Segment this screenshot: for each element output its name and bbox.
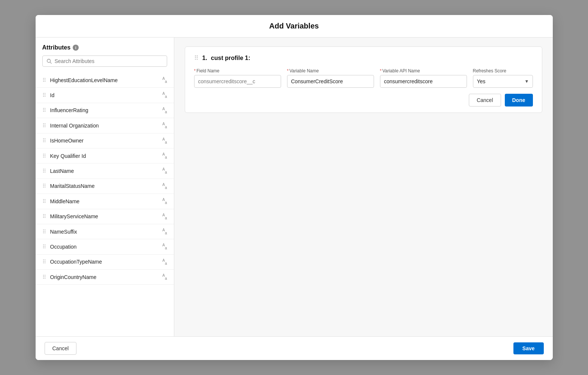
drag-handle-main: ⠿ <box>194 54 199 62</box>
list-item[interactable]: ⠿ MilitaryServiceName Aa <box>36 209 174 224</box>
attr-type-icon: Aa <box>162 273 167 280</box>
attr-name: Occupation <box>50 244 159 250</box>
attr-type-icon: Aa <box>162 258 167 266</box>
refreshes-field: Refreshes Score Yes No ▼ <box>473 68 533 88</box>
list-item[interactable]: ⠿ LastName Aa <box>36 164 174 178</box>
attr-name: OriginCountryName <box>50 274 159 280</box>
list-item[interactable]: ⠿ MiddleName Aa <box>36 194 174 209</box>
info-icon[interactable]: i <box>73 45 79 51</box>
required-star-1: * <box>194 68 196 74</box>
modal-title: Add Variables <box>269 22 319 30</box>
required-star-3: * <box>380 68 382 74</box>
attr-type-icon: Aa <box>162 92 167 99</box>
section-title: cust profile 1: <box>211 55 250 62</box>
drag-handle-icon: ⠿ <box>42 183 46 189</box>
attr-name: MiddleName <box>50 198 159 204</box>
drag-handle-icon: ⠿ <box>42 213 46 219</box>
field-name-field: *Field Name <box>194 68 281 88</box>
attr-type-icon: Aa <box>162 198 167 205</box>
list-item[interactable]: ⠿ Occupation Aa <box>36 239 174 254</box>
search-box[interactable] <box>42 56 167 67</box>
list-item[interactable]: ⠿ MaritalStatusName Aa <box>36 179 174 194</box>
attr-name: Id <box>50 92 159 98</box>
attr-name: MaritalStatusName <box>50 183 159 189</box>
drag-handle-icon: ⠿ <box>42 92 46 98</box>
list-item[interactable]: ⠿ OccupationTypeName Aa <box>36 255 174 270</box>
modal-overlay: Add Variables Attributes i <box>0 0 588 375</box>
attr-type-icon: Aa <box>162 107 167 114</box>
list-item[interactable]: ⠿ IsHomeOwner Aa <box>36 134 174 148</box>
attr-name: InfluencerRating <box>50 107 159 113</box>
form-actions: Cancel Done <box>194 94 533 106</box>
list-item[interactable]: ⠿ InfluencerRating Aa <box>36 103 174 118</box>
modal-footer: Cancel Save <box>36 336 553 360</box>
drag-handle-icon: ⠿ <box>42 107 46 113</box>
attr-name: Internal Organization <box>50 123 159 129</box>
drag-handle-icon: ⠿ <box>42 259 46 265</box>
field-name-label: *Field Name <box>194 68 281 74</box>
attr-name: Key Qualifier Id <box>50 153 159 159</box>
drag-handle-icon: ⠿ <box>42 153 46 159</box>
refreshes-select[interactable]: Yes No <box>473 75 533 88</box>
search-input[interactable] <box>55 58 163 64</box>
drag-handle-icon: ⠿ <box>42 198 46 204</box>
sidebar: Attributes i ⠿ HighestEducationLevelName… <box>36 38 174 336</box>
refreshes-label: Refreshes Score <box>473 68 533 74</box>
list-item[interactable]: ⠿ Key Qualifier Id Aa <box>36 148 174 164</box>
attr-type-icon: Aa <box>162 76 167 84</box>
refreshes-select-wrapper[interactable]: Yes No ▼ <box>473 75 533 88</box>
attr-name: IsHomeOwner <box>50 138 159 144</box>
attributes-heading: Attributes <box>42 44 71 51</box>
attr-name: HighestEducationLevelName <box>50 77 159 83</box>
attr-type-icon: Aa <box>162 213 167 220</box>
inline-done-button[interactable]: Done <box>505 94 533 106</box>
attr-type-icon: Aa <box>162 243 167 250</box>
footer-save-button[interactable]: Save <box>513 342 544 354</box>
sidebar-top: Attributes i <box>36 38 174 71</box>
main-content: ⠿ 1. cust profile 1: *Field Name <box>174 38 553 336</box>
svg-line-1 <box>50 62 51 64</box>
list-item[interactable]: ⠿ Id Aa <box>36 88 174 103</box>
drag-handle-icon: ⠿ <box>42 274 46 280</box>
list-item[interactable]: ⠿ NameSuffix Aa <box>36 224 174 239</box>
variable-name-input[interactable] <box>287 75 374 88</box>
drag-handle-icon: ⠿ <box>42 123 46 129</box>
variable-section: ⠿ 1. cust profile 1: *Field Name <box>185 46 542 113</box>
modal-header: Add Variables <box>36 15 553 38</box>
attr-type-icon: Aa <box>162 137 167 144</box>
attr-type-icon: Aa <box>162 228 167 235</box>
variable-name-field: *Variable Name <box>287 68 374 88</box>
field-name-input[interactable] <box>194 75 281 88</box>
attr-type-icon: Aa <box>162 122 167 129</box>
attr-name: OccupationTypeName <box>50 259 159 265</box>
attribute-list: ⠿ HighestEducationLevelName Aa ⠿ Id Aa ⠿… <box>36 71 174 336</box>
modal: Add Variables Attributes i <box>36 15 553 360</box>
attr-name: LastName <box>50 168 159 174</box>
required-star-2: * <box>287 68 289 74</box>
attr-name: NameSuffix <box>50 229 159 235</box>
search-icon <box>46 58 52 64</box>
attributes-label: Attributes i <box>42 44 167 51</box>
drag-handle-icon: ⠿ <box>42 244 46 250</box>
inline-cancel-button[interactable]: Cancel <box>469 94 501 106</box>
drag-handle-icon: ⠿ <box>42 77 46 83</box>
variable-name-label: *Variable Name <box>287 68 374 74</box>
variable-api-label: *Variable API Name <box>380 68 467 74</box>
modal-body: Attributes i ⠿ HighestEducationLevelName… <box>36 38 553 336</box>
attr-name: MilitaryServiceName <box>50 213 159 219</box>
section-header: ⠿ 1. cust profile 1: <box>194 54 533 62</box>
list-item[interactable]: ⠿ HighestEducationLevelName Aa <box>36 73 174 88</box>
variable-api-input[interactable] <box>380 75 467 88</box>
form-row: *Field Name *Variable Name <box>194 68 533 88</box>
attr-type-icon: Aa <box>162 167 167 174</box>
section-number: 1. <box>202 55 207 62</box>
list-item[interactable]: ⠿ Internal Organization Aa <box>36 118 174 133</box>
drag-handle-icon: ⠿ <box>42 168 46 174</box>
variable-api-field: *Variable API Name <box>380 68 467 88</box>
list-item[interactable]: ⠿ OriginCountryName Aa <box>36 270 174 285</box>
drag-handle-icon: ⠿ <box>42 138 46 144</box>
attr-type-icon: Aa <box>162 152 167 159</box>
drag-handle-icon: ⠿ <box>42 229 46 235</box>
attr-type-icon: Aa <box>162 183 167 190</box>
footer-cancel-button[interactable]: Cancel <box>45 342 77 355</box>
